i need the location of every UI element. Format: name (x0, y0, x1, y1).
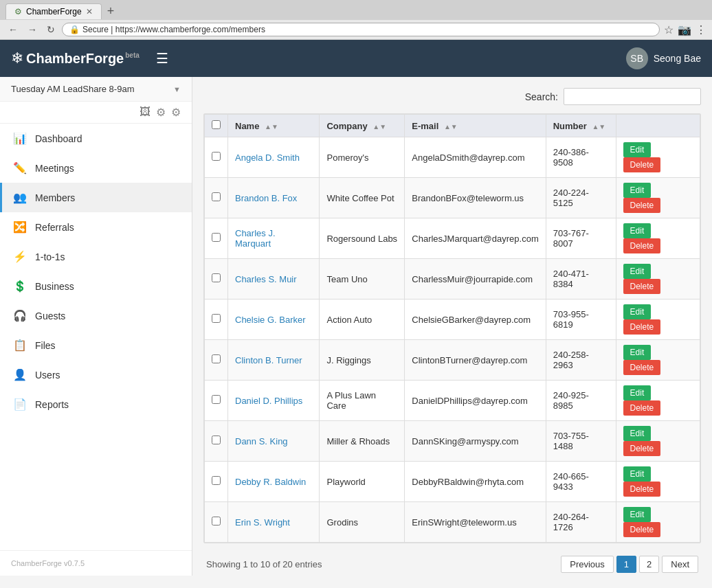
image-icon[interactable]: 🖼 (140, 106, 151, 119)
back-button[interactable]: ← (5, 23, 21, 36)
row-checkbox-cell[interactable] (205, 218, 228, 259)
delete-button[interactable]: Delete (623, 441, 661, 456)
sidebar-item-business[interactable]: 💲 Business (0, 271, 192, 301)
row-checkbox[interactable] (212, 314, 221, 323)
member-name-link[interactable]: Charles S. Muir (235, 274, 297, 284)
row-checkbox[interactable] (212, 273, 221, 282)
col-header-number[interactable]: Number ▲▼ (546, 115, 616, 137)
hamburger-menu[interactable]: ☰ (156, 50, 168, 67)
member-name-link[interactable]: Brandon B. Fox (235, 193, 297, 203)
member-name-link[interactable]: Erin S. Wright (235, 517, 290, 528)
content-area: Search: Name ▲▼ (192, 77, 712, 576)
delete-button[interactable]: Delete (623, 279, 661, 294)
row-checkbox[interactable] (212, 517, 221, 525)
edit-button[interactable]: Edit (623, 142, 652, 157)
sidebar-item-members[interactable]: 👥 Members (0, 183, 192, 212)
sidebar-item-label: Members (35, 192, 75, 203)
col-header-email[interactable]: E-mail ▲▼ (405, 115, 546, 137)
delete-button[interactable]: Delete (623, 400, 661, 416)
sort-icon-number: ▲▼ (592, 123, 605, 131)
delete-button[interactable]: Delete (623, 198, 661, 213)
row-checkbox-cell[interactable] (205, 259, 228, 299)
search-label: Search: (525, 91, 558, 102)
sidebar-item-label: Business (35, 281, 74, 292)
member-name-link[interactable]: Daniel D. Phillips (235, 396, 302, 406)
col-header-name[interactable]: Name ▲▼ (228, 115, 320, 137)
sidebar-group-header[interactable]: Tuesday AM LeadShare 8-9am ▼ (0, 77, 192, 102)
gear2-icon[interactable]: ⚙ (171, 106, 181, 119)
delete-button[interactable]: Delete (623, 360, 661, 375)
sidebar-item-1to1s[interactable]: ⚡ 1-to-1s (0, 242, 192, 271)
sidebar-item-referrals[interactable]: 🔀 Referrals (0, 212, 192, 242)
row-checkbox-cell[interactable] (205, 502, 228, 543)
member-name-link[interactable]: Angela D. Smith (235, 152, 300, 163)
row-checkbox-cell[interactable] (205, 299, 228, 340)
edit-button[interactable]: Edit (623, 385, 652, 400)
edit-button[interactable]: Edit (623, 345, 652, 360)
row-checkbox-cell[interactable] (205, 381, 228, 421)
sidebar-item-reports[interactable]: 📄 Reports (0, 389, 192, 419)
row-email: DannSKing@armyspy.com (405, 421, 546, 462)
row-checkbox[interactable] (212, 476, 221, 485)
row-actions: Edit Delete (616, 178, 700, 218)
row-checkbox-cell[interactable] (205, 137, 228, 178)
member-name-link[interactable]: Debby R. Baldwin (235, 477, 306, 487)
col-header-actions (616, 115, 700, 137)
row-checkbox[interactable] (212, 436, 221, 444)
page-2-button[interactable]: 2 (639, 556, 659, 573)
col-header-company[interactable]: Company ▲▼ (320, 115, 405, 137)
row-checkbox[interactable] (212, 192, 221, 201)
edit-button[interactable]: Edit (623, 507, 652, 522)
new-tab-button[interactable]: + (104, 3, 118, 20)
user-area[interactable]: SB Seong Bae (626, 47, 701, 69)
select-all-checkbox[interactable] (212, 120, 221, 129)
next-page-button[interactable]: Next (662, 556, 698, 573)
menu-button[interactable]: ⋮ (696, 23, 707, 36)
settings-icon[interactable]: ⚙ (156, 106, 166, 119)
delete-button[interactable]: Delete (623, 522, 661, 537)
row-checkbox-cell[interactable] (205, 421, 228, 462)
delete-button[interactable]: Delete (623, 319, 661, 335)
delete-button[interactable]: Delete (623, 238, 661, 253)
edit-button[interactable]: Edit (623, 466, 652, 482)
member-name-link[interactable]: Charles J. Marquart (235, 228, 276, 249)
row-checkbox-cell[interactable] (205, 178, 228, 218)
edit-button[interactable]: Edit (623, 264, 652, 279)
row-checkbox-cell[interactable] (205, 462, 228, 502)
row-checkbox[interactable] (212, 395, 221, 404)
tab-close-icon[interactable]: ✕ (86, 7, 93, 16)
sidebar-item-meetings[interactable]: ✏️ Meetings (0, 153, 192, 183)
sidebar-item-guests[interactable]: 🎧 Guests (0, 301, 192, 330)
row-company: Miller & Rhoads (320, 421, 405, 462)
edit-button[interactable]: Edit (623, 304, 652, 319)
pagination-controls: Previous 1 2 Next (561, 556, 698, 573)
row-checkbox[interactable] (212, 233, 221, 242)
address-bar[interactable]: 🔒 Secure | https://www.chamberforge.com/… (62, 23, 660, 36)
sidebar-item-dashboard[interactable]: 📊 Dashboard (0, 124, 192, 153)
select-all-checkbox-header[interactable] (205, 115, 228, 137)
member-name-link[interactable]: Chelsie G. Barker (235, 315, 306, 325)
edit-button[interactable]: Edit (623, 183, 652, 198)
browser-tab[interactable]: ⚙ ChamberForge ✕ (5, 3, 102, 19)
member-name-link[interactable]: Dann S. King (235, 436, 288, 446)
delete-button[interactable]: Delete (623, 482, 661, 497)
referrals-icon: 🔀 (13, 220, 27, 234)
sidebar-item-users[interactable]: 👤 Users (0, 360, 192, 389)
previous-page-button[interactable]: Previous (561, 556, 614, 573)
search-input[interactable] (564, 88, 701, 105)
logo-name: ChamberForge (26, 51, 124, 66)
forward-button[interactable]: → (25, 23, 40, 36)
screenshot-button[interactable]: 📷 (678, 23, 691, 36)
row-checkbox[interactable] (212, 354, 221, 363)
row-checkbox[interactable] (212, 152, 221, 161)
row-checkbox-cell[interactable] (205, 340, 228, 381)
row-number: 240-471-8384 (546, 259, 616, 299)
delete-button[interactable]: Delete (623, 157, 661, 172)
edit-button[interactable]: Edit (623, 426, 652, 441)
edit-button[interactable]: Edit (623, 223, 652, 238)
bookmark-button[interactable]: ☆ (664, 23, 674, 36)
refresh-button[interactable]: ↻ (44, 23, 58, 36)
sidebar-item-files[interactable]: 📋 Files (0, 330, 192, 360)
page-1-button[interactable]: 1 (616, 556, 636, 573)
member-name-link[interactable]: Clinton B. Turner (235, 355, 302, 365)
